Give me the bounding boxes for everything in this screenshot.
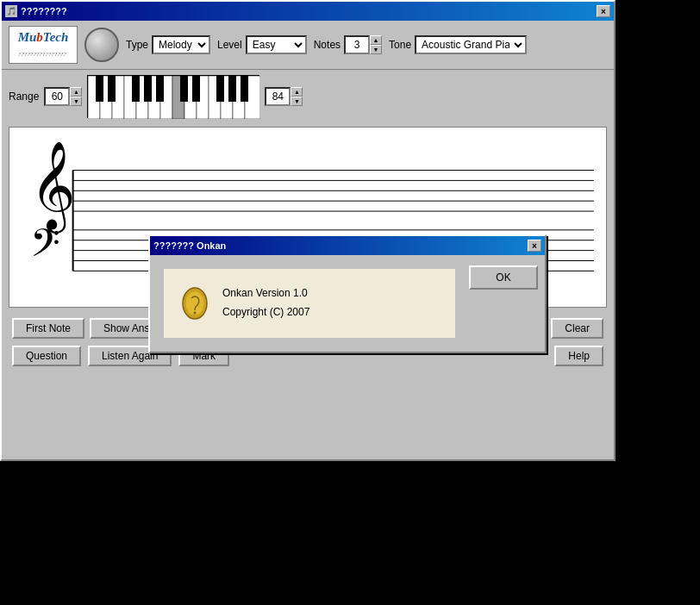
notes-group: Notes 3 ▲ ▼ <box>314 35 382 54</box>
notes-spinner: 3 ▲ ▼ <box>344 35 382 54</box>
range-min-up[interactable]: ▲ <box>70 87 82 97</box>
range-max-spinner: 84 ▲ ▼ <box>265 87 303 106</box>
window-title: ???????? <box>21 6 67 16</box>
window-close-button[interactable]: × <box>597 5 610 17</box>
type-select[interactable]: Melody Chord Interval <box>152 35 210 54</box>
svg-rect-22 <box>228 76 236 102</box>
notes-spinner-buttons: ▲ ▼ <box>370 35 382 54</box>
range-min-spinner: 60 ▲ ▼ <box>44 87 82 106</box>
svg-rect-15 <box>108 76 116 102</box>
main-window: 🎵 ???????? × MubTech???????????????? Typ… <box>0 0 616 461</box>
title-bar-text-group: 🎵 ???????? <box>5 5 67 17</box>
bottom-right-group: Clear <box>551 318 603 339</box>
dialog-content: Onkan Version 1.0 Copyright (C) 2007 OK <box>150 255 545 352</box>
tone-group: Tone Acoustic Grand Piano <box>389 35 527 54</box>
dialog-text-area: Onkan Version 1.0 Copyright (C) 2007 <box>222 284 441 321</box>
dialog-coin-icon <box>178 283 211 324</box>
dialog-title-bar: ??????? Onkan × <box>150 236 545 255</box>
range-max-up[interactable]: ▲ <box>291 87 303 97</box>
help-button[interactable]: Help <box>554 346 603 366</box>
logo-text: MubTech???????????????? <box>18 30 69 59</box>
clear-button[interactable]: Clear <box>551 318 603 339</box>
svg-rect-21 <box>216 76 224 102</box>
svg-rect-17 <box>144 76 152 102</box>
volume-knob[interactable] <box>84 28 119 62</box>
help-spacer: Help <box>554 346 603 366</box>
svg-rect-16 <box>132 76 140 102</box>
notes-label: Notes <box>314 39 341 51</box>
toolbar: MubTech???????????????? Type Melody Chor… <box>2 21 614 70</box>
notes-up-button[interactable]: ▲ <box>370 35 382 45</box>
type-label: Type <box>126 39 148 51</box>
range-max-input[interactable]: 84 <box>265 87 291 106</box>
type-group: Type Melody Chord Interval <box>126 35 210 54</box>
first-note-button[interactable]: First Note <box>12 318 84 339</box>
range-max-buttons: ▲ ▼ <box>291 87 303 106</box>
title-bar: 🎵 ???????? × <box>2 2 614 21</box>
dialog-icon <box>178 286 212 321</box>
range-min-buttons: ▲ ▼ <box>70 87 82 106</box>
logo: MubTech???????????????? <box>9 26 78 64</box>
svg-rect-18 <box>156 76 164 102</box>
range-label: Range <box>9 90 39 103</box>
level-label: Level <box>217 39 242 51</box>
window-icon: 🎵 <box>5 5 17 17</box>
range-min-down[interactable]: ▼ <box>70 97 82 106</box>
svg-text:𝄢: 𝄢 <box>30 221 60 274</box>
range-min-input[interactable]: 60 <box>44 87 70 106</box>
svg-rect-14 <box>96 76 103 102</box>
range-area: Range 60 ▲ ▼ <box>2 70 614 123</box>
svg-point-39 <box>194 312 197 315</box>
tone-select[interactable]: Acoustic Grand Piano <box>415 35 527 54</box>
dialog-body: Onkan Version 1.0 Copyright (C) 2007 <box>164 269 455 338</box>
dialog-ok-button[interactable]: OK <box>469 265 538 290</box>
dialog-copyright-text: Copyright (C) 2007 <box>222 303 441 322</box>
question-button[interactable]: Question <box>12 346 81 366</box>
svg-rect-20 <box>192 76 200 102</box>
dialog-title-text: ??????? Onkan <box>153 240 226 251</box>
dialog-box: ??????? Onkan × Onkan Version 1.0 Copyri… <box>148 234 547 353</box>
tone-label: Tone <box>389 39 411 51</box>
svg-text:𝄞: 𝄞 <box>30 141 76 234</box>
svg-rect-19 <box>180 76 188 102</box>
level-select[interactable]: Easy Medium Hard <box>246 35 307 54</box>
notes-input[interactable]: 3 <box>344 35 370 54</box>
dialog-close-button[interactable]: × <box>528 240 541 252</box>
piano-svg <box>88 76 260 119</box>
notes-down-button[interactable]: ▼ <box>370 45 382 54</box>
level-group: Level Easy Medium Hard <box>217 35 307 54</box>
svg-rect-23 <box>241 76 248 102</box>
dialog-version-text: Onkan Version 1.0 <box>222 284 441 303</box>
piano-keyboard[interactable] <box>87 75 259 118</box>
range-max-down[interactable]: ▼ <box>291 97 303 106</box>
